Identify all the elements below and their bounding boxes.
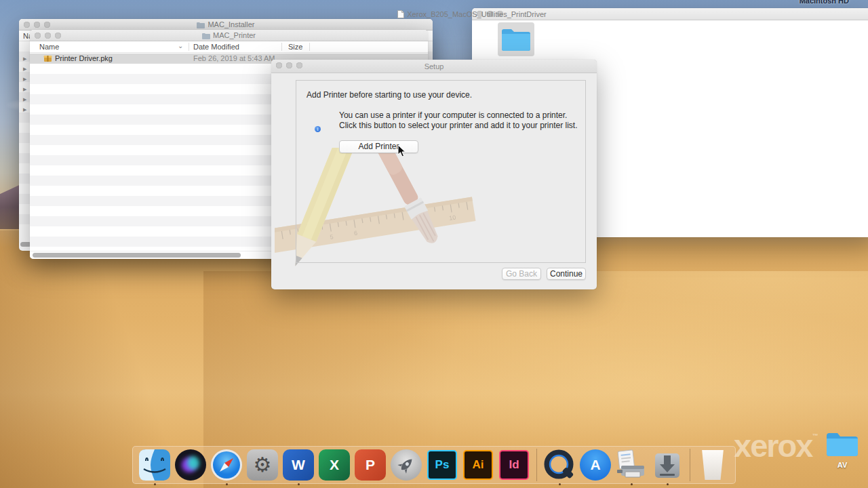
folder-icon	[501, 27, 531, 52]
svg-text:5: 5	[330, 233, 334, 241]
list-column-headers: Name ⌄ Date Modified Size	[30, 41, 428, 53]
dock-item-printer-setup[interactable]	[616, 449, 647, 481]
dock-item-quicktime[interactable]	[544, 449, 575, 481]
installer-icon	[652, 449, 683, 481]
info-icon: i	[315, 126, 321, 132]
app-store-icon: A	[590, 457, 600, 473]
disclosure-triangle-icon[interactable]: ▶	[23, 77, 26, 82]
mac-installer-folder-icon[interactable]	[498, 22, 534, 56]
dock-item-system-preferences[interactable]: ⚙	[247, 449, 278, 481]
folder-label: AV	[825, 461, 860, 469]
powerpoint-icon: P	[366, 457, 375, 473]
printer-utility-icon	[616, 449, 647, 481]
trash-icon	[701, 450, 725, 480]
dock-item-app-store[interactable]: A	[580, 449, 611, 481]
disclosure-triangle-icon[interactable]: ▶	[23, 66, 26, 72]
dock-item-siri[interactable]	[175, 449, 206, 481]
quicktime-icon	[544, 449, 575, 481]
column-header-size[interactable]: Size	[288, 43, 302, 51]
dialog-title: Setup	[271, 62, 597, 70]
titlebar[interactable]: Xerox_B205_MacOS_Utillities_PrintDriver	[472, 8, 868, 20]
horizontal-scrollbar-thumb[interactable]	[33, 253, 241, 258]
column-divider[interactable]	[189, 43, 189, 51]
package-icon	[43, 55, 52, 64]
photoshop-icon: Ps	[427, 450, 457, 480]
word-icon: W	[292, 457, 305, 473]
dock-item-safari[interactable]	[211, 449, 242, 481]
document-icon	[397, 10, 404, 18]
trademark-symbol: ™	[812, 432, 818, 439]
svg-text:4: 4	[305, 237, 310, 245]
dialog-body-text: You can use a printer if your computer i…	[339, 110, 583, 131]
setup-dialog[interactable]: Setup 456910	[271, 60, 597, 289]
dock-separator	[536, 449, 537, 481]
stationery-illustration: 456910	[275, 148, 478, 287]
dock-item-excel[interactable]: X	[319, 449, 350, 481]
dock-item-powerpoint[interactable]: P	[355, 449, 386, 481]
dock-item-launchpad[interactable]	[391, 449, 422, 481]
disclosure-triangle-icon[interactable]: ▶	[23, 97, 26, 102]
disclosure-triangle-icon[interactable]: ▶	[23, 56, 26, 62]
svg-text:10: 10	[449, 214, 456, 222]
indesign-icon: Id	[499, 450, 529, 480]
go-back-button[interactable]: Go Back	[502, 268, 541, 280]
titlebar[interactable]: MAC_Printer	[30, 30, 428, 41]
macintosh-hd-desktop-icon[interactable]: Macintosh HD	[800, 0, 849, 5]
mouse-cursor	[397, 144, 407, 158]
dock-separator	[690, 449, 690, 481]
column-divider[interactable]	[309, 43, 310, 51]
illustrator-icon: Ai	[463, 450, 493, 480]
file-name: Printer Driver.pkg	[55, 54, 113, 62]
svg-text:9: 9	[426, 218, 431, 226]
dock-item-photoshop[interactable]: Ps	[427, 449, 458, 481]
rocket-icon	[391, 449, 422, 481]
column-divider[interactable]	[281, 43, 282, 51]
continue-button[interactable]: Continue	[547, 268, 586, 280]
finder-icon	[139, 449, 170, 481]
av-desktop-folder[interactable]: AV	[825, 431, 860, 469]
folder-icon	[202, 33, 210, 39]
sort-chevron-icon[interactable]: ⌄	[178, 42, 183, 49]
folder-icon	[826, 431, 859, 457]
dock: ⚙ W X P Ps Ai	[132, 446, 736, 484]
xerox-watermark: xerox™	[734, 427, 818, 464]
dock-item-illustrator[interactable]: Ai	[462, 449, 494, 481]
titlebar[interactable]: MAC_Installer	[19, 19, 433, 30]
dialog-heading: Add Printer before starting to use your …	[307, 90, 472, 100]
column-header-name[interactable]: Name	[39, 43, 59, 51]
safari-icon	[211, 449, 242, 481]
window-title: Xerox_B205_MacOS_Utillities_PrintDriver	[269, 10, 675, 18]
excel-icon: X	[330, 457, 339, 473]
disclosure-triangle-icon[interactable]: ▶	[23, 107, 26, 113]
folder-icon	[197, 22, 205, 28]
disclosure-triangle-icon[interactable]: ▶	[23, 87, 26, 92]
window-title: MAC_Printer	[30, 31, 428, 39]
dock-item-indesign[interactable]: Id	[498, 449, 530, 481]
desktop: Macintosh HD MAC_Installer Name ▶ ▶ ▶ ▶ …	[0, 0, 868, 488]
svg-text:6: 6	[353, 230, 358, 237]
dock-item-word[interactable]: W	[283, 449, 314, 481]
gear-icon: ⚙	[247, 449, 278, 481]
dock-item-disk-installer[interactable]	[652, 449, 683, 481]
file-date-modified: Feb 26, 2019 at 5:43 AM	[193, 54, 275, 62]
dock-item-finder[interactable]	[139, 449, 170, 481]
window-title: MAC_Installer	[19, 20, 433, 28]
titlebar[interactable]: Setup	[271, 60, 597, 73]
column-header-date-modified[interactable]: Date Modified	[193, 43, 239, 51]
siri-icon	[175, 449, 206, 481]
dialog-content-border	[296, 80, 586, 263]
dock-item-trash[interactable]	[697, 449, 728, 481]
